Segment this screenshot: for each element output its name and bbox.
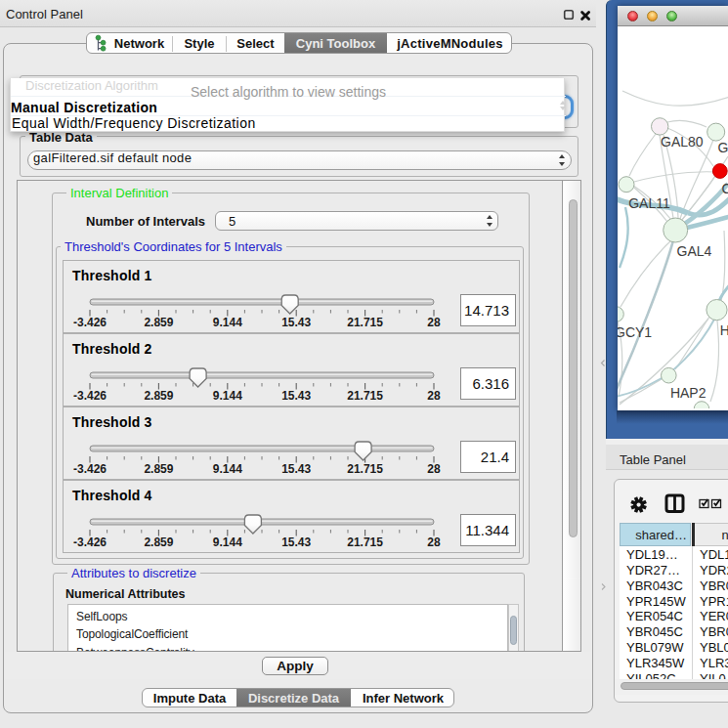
svg-text:-3.426: -3.426 <box>73 535 107 549</box>
svg-text:H: H <box>720 322 728 338</box>
svg-text:9.144: 9.144 <box>213 535 242 549</box>
svg-text:28: 28 <box>427 535 441 549</box>
svg-text:GAL4: GAL4 <box>677 243 712 259</box>
svg-text:-3.426: -3.426 <box>73 462 107 476</box>
svg-text:28: 28 <box>427 389 441 403</box>
svg-text:2.859: 2.859 <box>144 462 173 476</box>
svg-text:15.43: 15.43 <box>281 535 311 549</box>
svg-text:9.144: 9.144 <box>213 462 242 476</box>
svg-text:9.144: 9.144 <box>213 389 242 403</box>
svg-text:28: 28 <box>427 462 441 476</box>
svg-text:21.715: 21.715 <box>347 389 383 403</box>
svg-text:GA: GA <box>718 140 728 155</box>
svg-text:9.144: 9.144 <box>213 316 242 329</box>
svg-text:15.43: 15.43 <box>281 462 311 476</box>
svg-text:2.859: 2.859 <box>144 535 173 549</box>
svg-text:21.715: 21.715 <box>347 316 383 329</box>
svg-text:-3.426: -3.426 <box>73 389 107 403</box>
svg-text:2.859: 2.859 <box>144 389 173 403</box>
svg-text:GAL11: GAL11 <box>628 195 670 211</box>
svg-text:2.859: 2.859 <box>144 316 173 329</box>
svg-text:-3.426: -3.426 <box>73 316 107 329</box>
svg-text:HAP2: HAP2 <box>670 385 707 401</box>
svg-text:28: 28 <box>427 316 441 329</box>
svg-text:GAL80: GAL80 <box>661 134 704 150</box>
svg-text:15.43: 15.43 <box>281 389 311 403</box>
svg-text:21.715: 21.715 <box>347 535 383 549</box>
svg-text:GCY1: GCY1 <box>618 324 652 340</box>
svg-text:15.43: 15.43 <box>281 316 311 329</box>
svg-text:21.715: 21.715 <box>347 462 383 476</box>
svg-text:C: C <box>722 181 728 196</box>
